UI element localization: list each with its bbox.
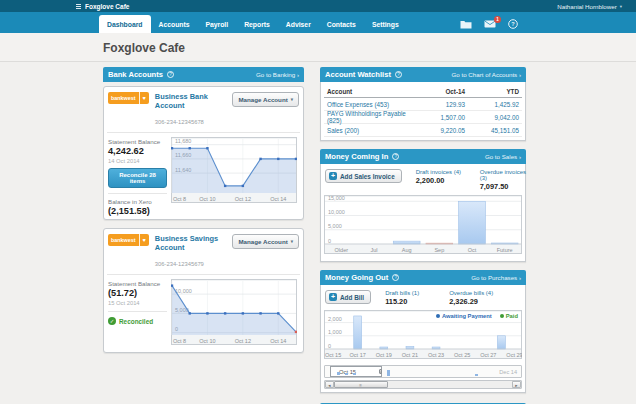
watchlist-ytd-value[interactable]: 45,151.05 bbox=[465, 127, 519, 134]
svg-text:Older: Older bbox=[335, 247, 349, 253]
account-name-link[interactable]: Business Savings Account bbox=[155, 234, 233, 252]
user-menu[interactable]: Nathanial Hornblower ▾ bbox=[557, 3, 622, 10]
stat-value: 2,326.29 bbox=[449, 297, 499, 306]
date-range-minimap[interactable]: Oct 15 Dec 14 bbox=[324, 365, 522, 378]
svg-text:1,000: 1,000 bbox=[328, 329, 342, 335]
svg-text:Oct 17: Oct 17 bbox=[350, 352, 366, 358]
stat: Overdue invoices (3) 7,097.50 bbox=[480, 169, 530, 191]
horizontal-scrollbar[interactable]: ◂ ≡ ▸ bbox=[324, 380, 522, 389]
mail-icon[interactable]: 1 bbox=[484, 20, 496, 28]
nav-tab[interactable]: Contacts bbox=[319, 16, 364, 33]
plus-icon: + bbox=[329, 293, 337, 301]
user-name: Nathanial Hornblower bbox=[557, 3, 617, 10]
savings-statement-chart: 05,00010,000Oct 8Oct 10Oct 12Oct 14 bbox=[171, 279, 297, 345]
minimap-bar bbox=[337, 372, 340, 375]
bankwest-logo: bankwest ♥ bbox=[108, 234, 149, 246]
watchlist-ytd-value[interactable]: 9,042.00 bbox=[465, 114, 519, 121]
help-icon[interactable]: ? bbox=[392, 153, 399, 160]
go-to-chart-of-accounts-link[interactable]: Go to Chart of Accounts › bbox=[452, 71, 521, 78]
scroll-left-arrow[interactable]: ◂ bbox=[325, 381, 334, 388]
go-to-purchases-link[interactable]: Go to Purchases › bbox=[471, 274, 521, 281]
nav-tab[interactable]: Dashboard bbox=[99, 15, 151, 33]
account-watchlist-panel-header: Account Watchlist ? Go to Chart of Accou… bbox=[320, 67, 526, 82]
range-end-label: Dec 14 bbox=[499, 369, 517, 375]
reconcile-button[interactable]: Reconcile 28 items bbox=[108, 168, 167, 188]
nav-tab[interactable]: Payroll bbox=[197, 16, 236, 33]
svg-text:5,000: 5,000 bbox=[328, 223, 342, 229]
bank-account-card: bankwest ♥ Business Bank Account 306-234… bbox=[103, 86, 304, 220]
money-going-out-panel: Money Going Out ? Go to Purchases › + Ad… bbox=[320, 270, 526, 393]
balance-in-xero-value: (2,151.58) bbox=[108, 206, 167, 216]
stat-value: 2,200.00 bbox=[416, 176, 466, 185]
svg-text:Future: Future bbox=[497, 247, 513, 253]
nav-tab[interactable]: Adviser bbox=[278, 16, 319, 33]
nav-tab[interactable]: Settings bbox=[364, 16, 407, 33]
watchlist-ytd-value[interactable]: 1,425.92 bbox=[465, 101, 519, 108]
scrollbar-thumb[interactable]: ≡ bbox=[334, 381, 388, 388]
watchlist-oct-value[interactable]: 9,220.05 bbox=[413, 127, 465, 134]
stat-label-link[interactable]: Draft invoices (4) bbox=[416, 169, 466, 175]
selection-drag-handle[interactable] bbox=[379, 369, 382, 374]
svg-text:Oct 27: Oct 27 bbox=[480, 352, 496, 358]
account-name-link[interactable]: Business Bank Account bbox=[155, 92, 233, 110]
check-icon: ✓ bbox=[108, 317, 116, 325]
bankwest-logo: bankwest ♥ bbox=[108, 92, 149, 104]
nav-bar: Dashboard Accounts Payroll Reports Advis… bbox=[0, 12, 636, 33]
svg-text:Oct 14: Oct 14 bbox=[270, 338, 286, 344]
org-name[interactable]: Foxglove Cafe bbox=[85, 3, 129, 10]
stat-label-link[interactable]: Overdue invoices (3) bbox=[480, 169, 530, 181]
minimap-bar bbox=[345, 373, 348, 375]
statement-balance-value: (51.72) bbox=[108, 288, 167, 298]
plus-icon: + bbox=[329, 172, 337, 180]
help-icon[interactable]: ? bbox=[167, 71, 174, 78]
heart-icon: ♥ bbox=[139, 234, 149, 246]
nav-tab[interactable]: Accounts bbox=[151, 16, 198, 33]
watchlist-account-link[interactable]: Sales (200) bbox=[327, 127, 413, 134]
account-stats: Statement Balance (51.72) 15 Oct 2014 ✓ … bbox=[107, 279, 171, 349]
chevron-down-icon: ▾ bbox=[291, 97, 293, 102]
svg-text:Oct 10: Oct 10 bbox=[199, 338, 215, 344]
stat-label-link[interactable]: Draft bills (1) bbox=[385, 290, 435, 296]
svg-text:15,000: 15,000 bbox=[328, 195, 345, 201]
add-bill-button[interactable]: + Add Bill bbox=[325, 290, 371, 304]
watchlist-account-link[interactable]: Office Expenses (453) bbox=[327, 101, 413, 108]
statement-balance-value: 4,242.62 bbox=[108, 146, 167, 156]
svg-text:2,000: 2,000 bbox=[328, 316, 342, 322]
legend-item: Paid bbox=[500, 313, 518, 319]
help-icon[interactable]: ? bbox=[508, 19, 518, 29]
nav-tab[interactable]: Reports bbox=[236, 16, 278, 33]
help-icon[interactable]: ? bbox=[392, 274, 399, 281]
go-to-banking-link[interactable]: Go to Banking › bbox=[256, 71, 299, 78]
menu-icon[interactable] bbox=[76, 4, 81, 9]
panel-title: Money Coming In bbox=[325, 152, 388, 161]
money-coming-in-panel: Money Coming In ? Go to Sales › + Add Sa… bbox=[320, 149, 526, 262]
svg-text:Oct 14: Oct 14 bbox=[270, 196, 286, 202]
files-folder-icon[interactable] bbox=[460, 20, 472, 29]
bank-logo-text: bankwest bbox=[108, 237, 139, 243]
bank-logo-text: bankwest bbox=[108, 95, 139, 101]
add-sales-invoice-button[interactable]: + Add Sales Invoice bbox=[325, 169, 402, 183]
svg-text:Jul: Jul bbox=[370, 247, 377, 253]
svg-text:Oct 8: Oct 8 bbox=[173, 338, 186, 344]
column-header-account: Account bbox=[327, 88, 413, 95]
watchlist-oct-value[interactable]: 1,507.00 bbox=[413, 114, 465, 121]
chart-legend: Awaiting PaymentPaid bbox=[436, 313, 518, 319]
right-column: Account Watchlist ? Go to Chart of Accou… bbox=[320, 67, 526, 404]
watchlist-oct-value[interactable]: 129.93 bbox=[413, 101, 465, 108]
statement-date: 15 Oct 2014 bbox=[108, 300, 167, 306]
watchlist-row: Sales (200) 9,220.05 45,151.05 bbox=[324, 124, 522, 137]
bank-account-card: bankwest ♥ Business Savings Account 306-… bbox=[103, 228, 304, 353]
stat-label-link[interactable]: Overdue bills (4) bbox=[449, 290, 499, 296]
scroll-right-arrow[interactable]: ▸ bbox=[512, 381, 521, 388]
svg-text:11,680: 11,680 bbox=[175, 138, 191, 144]
go-to-sales-link[interactable]: Go to Sales › bbox=[485, 153, 521, 160]
watchlist-account-link[interactable]: PAYG Withholdings Payable (825) bbox=[327, 110, 413, 124]
manage-account-button[interactable]: Manage Account ▾ bbox=[232, 234, 299, 249]
svg-text:Oct 12: Oct 12 bbox=[235, 338, 251, 344]
manage-account-button[interactable]: Manage Account ▾ bbox=[232, 92, 299, 107]
svg-text:10,000: 10,000 bbox=[175, 288, 192, 294]
svg-text:?: ? bbox=[511, 21, 515, 27]
help-icon[interactable]: ? bbox=[395, 71, 402, 78]
svg-text:Oct 23: Oct 23 bbox=[428, 352, 444, 358]
minimap-selection[interactable]: Oct 15 bbox=[330, 366, 382, 377]
